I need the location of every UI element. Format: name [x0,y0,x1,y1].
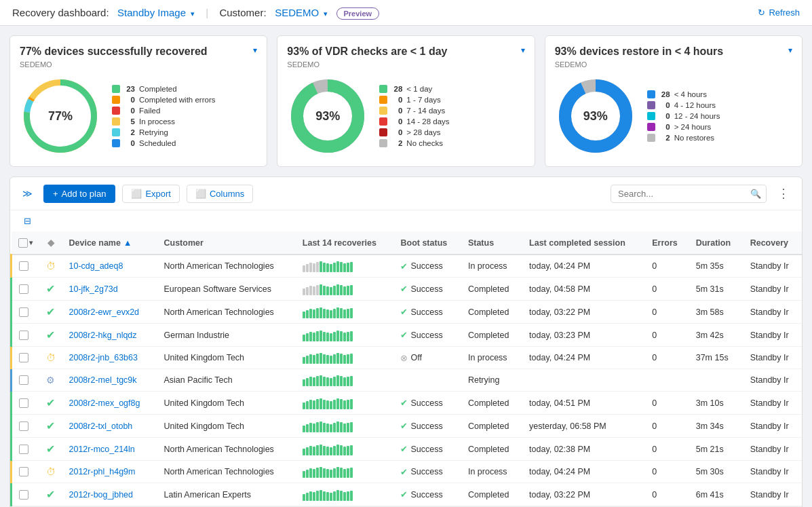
row-checkbox-cell[interactable] [12,461,39,483]
more-options-button[interactable]: ⋮ [773,186,794,201]
th-last14[interactable]: Last 14 recoveries [296,231,394,255]
row-checkbox[interactable] [19,375,28,385]
row-status-cell: Retrying [461,369,522,392]
th-errors[interactable]: Errors [645,231,689,255]
th-status-icon: ◆ [39,231,62,255]
row-icon-cell: ✔ [39,324,62,347]
device-name-link[interactable]: 10-cdg_adeq8 [69,261,123,271]
card3-subtitle: SEDEMO [555,60,724,69]
card-devices-recovered: 77% devices successfully recovered SEDEM… [9,35,267,167]
row-checkbox-cell[interactable] [12,392,39,415]
device-name-link[interactable]: 2008r2-ewr_evx2d [69,307,140,317]
customer-chevron-icon[interactable]: ▾ [324,10,328,18]
standby-chevron-icon[interactable]: ▾ [191,10,195,18]
header-checkbox[interactable] [18,238,28,248]
row-checkbox-cell[interactable] [12,278,39,301]
row-checkbox-cell[interactable] [12,301,39,324]
device-name-link[interactable]: 2008r2-mel_tgc9k [69,375,137,385]
row-checkbox[interactable] [19,398,28,408]
card1-dropdown-icon[interactable]: ▾ [253,45,257,55]
search-input[interactable] [611,185,767,203]
row-checkbox[interactable] [19,445,28,454]
card2-donut: 93% [287,75,368,157]
row-boot-cell: ⊗Off [393,347,461,369]
legend-color [379,117,387,126]
row-status-check-icon: ✔ [46,489,55,500]
card2-subtitle: SEDEMO [287,60,447,69]
th-checkbox[interactable]: ▾ [12,231,39,255]
row-duration-cell: 5m 21s [689,438,743,461]
device-name-link[interactable]: 2012r-bog_jbhed [69,490,134,500]
row-status-cell: Completed [461,301,522,324]
card2-dropdown-icon[interactable]: ▾ [521,45,525,55]
row-errors-cell: 0 [645,415,689,438]
row-duration-cell: 3m 34s [689,415,743,438]
row-checkbox[interactable] [19,353,28,362]
row-session-cell: today, 04:58 PM [522,278,645,301]
row-checkbox-cell[interactable] [12,483,39,506]
device-name-link[interactable]: 2012r-phl_h4g9m [69,467,136,476]
header-title: Recovery dashboard: Standby Image ▾ | Cu… [12,7,379,18]
row-status-clock-icon: ⏱ [46,261,56,271]
row-session-cell [522,369,645,392]
row-duration-cell: 3m 10s [689,392,743,415]
add-to-plan-button[interactable]: + Add to plan [43,185,115,203]
card-vdr-checks: 93% of VDR checks are < 1 day SEDEMO ▾ 9… [277,35,535,167]
standby-image-dropdown[interactable]: Standby Image [117,7,186,18]
device-name-link[interactable]: 2008r2-txl_otobh [69,421,133,431]
row-checkbox-cell[interactable] [12,324,39,347]
th-status[interactable]: Status [461,231,522,255]
row-checkbox[interactable] [19,307,28,317]
th-boot-status[interactable]: Boot status [393,231,461,255]
table-row: ⚙ 2008r2-mel_tgc9k Asian Pacific Tech Re… [12,369,803,392]
device-name-sort[interactable]: Device name ▲ [69,238,151,248]
row-status-check-icon: ✔ [46,443,55,455]
expand-button[interactable]: ≫ [18,184,37,203]
columns-button[interactable]: ⬜ Columns [187,185,253,203]
th-device-name[interactable]: Device name ▲ [62,231,157,255]
row-checkbox[interactable] [19,261,28,271]
device-name-link[interactable]: 2008r2-mex_ogf8g [69,398,140,408]
boot-success-icon: ✔ [400,284,408,294]
row-recovery-cell: Standby Ir [743,392,802,415]
export-button[interactable]: ⬜ Export [122,185,180,203]
filter-icon[interactable]: ⊟ [18,213,37,229]
th-sort-chevron-icon[interactable]: ▾ [29,239,33,246]
card1-chart: 77% 23 Completed 0 Completed with errors… [20,75,257,157]
row-device-name-cell: 2008r2-mex_ogf8g [62,392,157,415]
legend-color [647,134,655,142]
th-duration[interactable]: Duration [689,231,743,255]
device-name-link[interactable]: 2012r-mco_214ln [69,445,135,454]
row-checkbox-cell[interactable] [12,415,39,438]
row-status-cell: In process [461,461,522,483]
card1-percent: 77% [48,109,73,124]
th-last-session[interactable]: Last completed session [522,231,645,255]
row-session-cell: today, 03:22 PM [522,483,645,506]
refresh-button[interactable]: ↻ Refresh [758,7,800,18]
cards-section: 77% devices successfully recovered SEDEM… [0,26,812,176]
device-name-link[interactable]: 2008r2-jnb_63b63 [69,353,138,362]
legend-item: 0 12 - 24 hours [647,112,720,120]
th-recovery[interactable]: Recovery [743,231,802,255]
row-checkbox-cell[interactable] [12,438,39,461]
row-checkbox[interactable] [19,490,28,500]
row-customer-cell: European Software Services [157,278,295,301]
row-checkbox[interactable] [19,467,28,476]
card3-chart: 93% 28 < 4 hours 0 4 - 12 hours 0 12 - 2… [555,75,792,157]
search-icon: 🔍 [750,189,761,199]
th-customer[interactable]: Customer [157,231,295,255]
row-duration-cell: 3m 58s [689,301,743,324]
row-checkbox-cell[interactable] [12,369,39,392]
row-icon-cell: ✔ [39,438,62,461]
row-checkbox-cell[interactable] [12,347,39,369]
customer-dropdown[interactable]: SEDEMO [275,7,319,18]
row-last14-cell [296,392,394,415]
device-name-link[interactable]: 10-jfk_2g73d [69,284,118,294]
row-checkbox[interactable] [19,284,28,294]
row-checkbox-cell[interactable] [12,255,39,278]
device-name-link[interactable]: 2008r2-hkg_nlqdz [69,331,137,340]
card3-title: 93% devices restore in < 4 hours [555,45,724,58]
card3-dropdown-icon[interactable]: ▾ [788,45,792,55]
row-checkbox[interactable] [19,421,28,431]
row-checkbox[interactable] [19,331,28,340]
